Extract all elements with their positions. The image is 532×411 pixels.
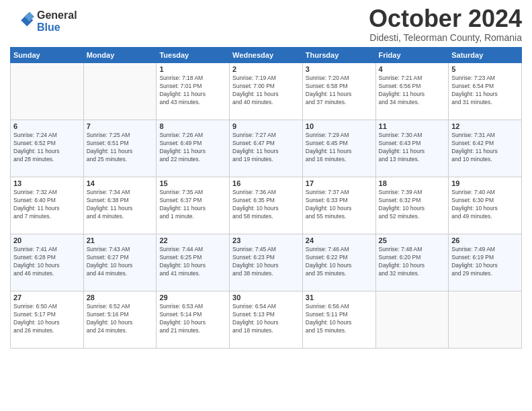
day-number: 2 [232,65,300,73]
day-number: 19 [451,179,519,187]
col-monday: Monday [83,48,157,63]
week-row-1: 1Sunrise: 7:18 AM Sunset: 7:01 PM Daylig… [11,63,522,120]
cell-w1-d6: 12Sunrise: 7:31 AM Sunset: 6:42 PM Dayli… [449,120,522,177]
day-number: 17 [306,179,373,187]
cell-w1-d0: 6Sunrise: 7:24 AM Sunset: 6:52 PM Daylig… [11,120,84,177]
day-number: 21 [87,236,154,244]
day-number: 31 [306,293,373,302]
header-row: Sunday Monday Tuesday Wednesday Thursday… [11,48,522,63]
cell-w3-d4: 24Sunrise: 7:46 AM Sunset: 6:22 PM Dayli… [302,234,375,291]
day-number: 26 [451,236,519,244]
col-friday: Friday [375,48,449,63]
day-info: Sunrise: 7:24 AM Sunset: 6:52 PM Dayligh… [13,132,81,164]
cell-w1-d5: 11Sunrise: 7:30 AM Sunset: 6:43 PM Dayli… [375,120,449,177]
day-number: 14 [87,179,154,187]
cell-w1-d4: 10Sunrise: 7:29 AM Sunset: 6:45 PM Dayli… [302,120,375,177]
cell-w2-d6: 19Sunrise: 7:40 AM Sunset: 6:30 PM Dayli… [449,177,522,234]
cell-w3-d0: 20Sunrise: 7:41 AM Sunset: 6:28 PM Dayli… [11,234,84,291]
col-saturday: Saturday [449,48,522,63]
day-number: 27 [13,293,81,302]
day-number: 25 [379,236,446,244]
calendar-page: General Blue October 2024 Didesti, Teleo… [0,0,532,411]
cell-w0-d2: 1Sunrise: 7:18 AM Sunset: 7:01 PM Daylig… [157,63,230,120]
day-info: Sunrise: 7:27 AM Sunset: 6:47 PM Dayligh… [232,132,300,164]
week-row-3: 13Sunrise: 7:32 AM Sunset: 6:40 PM Dayli… [11,177,522,234]
col-thursday: Thursday [302,48,375,63]
day-info: Sunrise: 7:40 AM Sunset: 6:30 PM Dayligh… [451,189,519,221]
day-number: 18 [379,179,446,187]
day-number: 22 [159,236,226,244]
day-info: Sunrise: 7:29 AM Sunset: 6:45 PM Dayligh… [306,132,373,164]
cell-w0-d5: 4Sunrise: 7:21 AM Sunset: 6:56 PM Daylig… [375,63,449,120]
day-number: 23 [232,236,300,244]
cell-w2-d1: 14Sunrise: 7:34 AM Sunset: 6:38 PM Dayli… [83,177,157,234]
cell-w4-d6 [449,291,522,349]
week-row-4: 20Sunrise: 7:41 AM Sunset: 6:28 PM Dayli… [11,234,522,291]
cell-w0-d3: 2Sunrise: 7:19 AM Sunset: 7:00 PM Daylig… [230,63,303,120]
location-subtitle: Didesti, Teleorman County, Romania [369,32,522,43]
day-number: 24 [306,236,373,244]
header: General Blue October 2024 Didesti, Teleo… [10,7,522,43]
day-info: Sunrise: 7:34 AM Sunset: 6:38 PM Dayligh… [87,189,154,221]
day-number: 8 [159,122,226,130]
cell-w4-d3: 30Sunrise: 6:54 AM Sunset: 5:13 PM Dayli… [230,291,303,349]
day-info: Sunrise: 7:41 AM Sunset: 6:28 PM Dayligh… [13,246,81,278]
day-number: 1 [159,65,226,73]
day-number: 15 [159,179,226,187]
cell-w1-d2: 8Sunrise: 7:26 AM Sunset: 6:49 PM Daylig… [157,120,230,177]
col-tuesday: Tuesday [157,48,230,63]
day-number: 30 [232,293,300,302]
cell-w0-d6: 5Sunrise: 7:23 AM Sunset: 6:54 PM Daylig… [449,63,522,120]
day-info: Sunrise: 6:54 AM Sunset: 5:13 PM Dayligh… [232,303,300,335]
cell-w3-d3: 23Sunrise: 7:45 AM Sunset: 6:23 PM Dayli… [230,234,303,291]
day-info: Sunrise: 7:18 AM Sunset: 7:01 PM Dayligh… [159,75,226,107]
day-info: Sunrise: 7:39 AM Sunset: 6:32 PM Dayligh… [379,189,446,221]
day-info: Sunrise: 7:23 AM Sunset: 6:54 PM Dayligh… [451,75,519,107]
day-info: Sunrise: 7:31 AM Sunset: 6:42 PM Dayligh… [451,132,519,164]
cell-w2-d3: 16Sunrise: 7:36 AM Sunset: 6:35 PM Dayli… [230,177,303,234]
day-info: Sunrise: 7:49 AM Sunset: 6:19 PM Dayligh… [451,246,519,278]
cell-w4-d1: 28Sunrise: 6:52 AM Sunset: 5:16 PM Dayli… [83,291,157,349]
cell-w3-d2: 22Sunrise: 7:44 AM Sunset: 6:25 PM Dayli… [157,234,230,291]
cell-w3-d6: 26Sunrise: 7:49 AM Sunset: 6:19 PM Dayli… [449,234,522,291]
day-info: Sunrise: 7:30 AM Sunset: 6:43 PM Dayligh… [379,132,446,164]
day-number: 11 [379,122,446,130]
day-info: Sunrise: 7:43 AM Sunset: 6:27 PM Dayligh… [87,246,154,278]
title-section: October 2024 Didesti, Teleorman County, … [369,7,522,43]
cell-w3-d1: 21Sunrise: 7:43 AM Sunset: 6:27 PM Dayli… [83,234,157,291]
day-number: 9 [232,122,300,130]
day-info: Sunrise: 7:48 AM Sunset: 6:20 PM Dayligh… [379,246,446,278]
day-number: 16 [232,179,300,187]
day-info: Sunrise: 7:36 AM Sunset: 6:35 PM Dayligh… [232,189,300,221]
logo-blue-text: Blue [37,21,77,34]
cell-w1-d1: 7Sunrise: 7:25 AM Sunset: 6:51 PM Daylig… [83,120,157,177]
day-number: 28 [87,293,154,302]
cell-w2-d2: 15Sunrise: 7:35 AM Sunset: 6:37 PM Dayli… [157,177,230,234]
day-info: Sunrise: 7:44 AM Sunset: 6:25 PM Dayligh… [159,246,226,278]
day-info: Sunrise: 7:32 AM Sunset: 6:40 PM Dayligh… [13,189,81,221]
calendar-table: Sunday Monday Tuesday Wednesday Thursday… [10,47,522,349]
day-number: 4 [379,65,446,73]
cell-w2-d0: 13Sunrise: 7:32 AM Sunset: 6:40 PM Dayli… [11,177,84,234]
day-info: Sunrise: 7:21 AM Sunset: 6:56 PM Dayligh… [379,75,446,107]
cell-w0-d0 [11,63,84,120]
day-info: Sunrise: 7:25 AM Sunset: 6:51 PM Dayligh… [87,132,154,164]
logo-icon [10,9,34,34]
day-info: Sunrise: 7:37 AM Sunset: 6:33 PM Dayligh… [306,189,373,221]
cell-w4-d0: 27Sunrise: 6:50 AM Sunset: 5:17 PM Dayli… [11,291,84,349]
cell-w4-d5 [375,291,449,349]
day-number: 20 [13,236,81,244]
day-info: Sunrise: 7:45 AM Sunset: 6:23 PM Dayligh… [232,246,300,278]
day-number: 13 [13,179,81,187]
cell-w0-d4: 3Sunrise: 7:20 AM Sunset: 6:58 PM Daylig… [302,63,375,120]
day-info: Sunrise: 6:50 AM Sunset: 5:17 PM Dayligh… [13,303,81,335]
day-info: Sunrise: 6:56 AM Sunset: 5:11 PM Dayligh… [306,303,373,335]
logo-general-text: General [37,9,77,21]
day-number: 7 [87,122,154,130]
col-sunday: Sunday [11,48,84,63]
day-number: 6 [13,122,81,130]
cell-w0-d1 [83,63,157,120]
day-number: 5 [451,65,519,73]
week-row-2: 6Sunrise: 7:24 AM Sunset: 6:52 PM Daylig… [11,120,522,177]
cell-w1-d3: 9Sunrise: 7:27 AM Sunset: 6:47 PM Daylig… [230,120,303,177]
